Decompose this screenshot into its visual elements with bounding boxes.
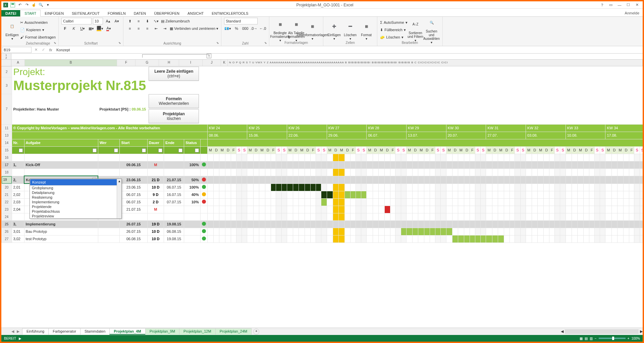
- tab-seitenlayout[interactable]: SEITENLAYOUT: [68, 10, 104, 16]
- thousands-button[interactable]: 000: [241, 25, 249, 32]
- tab-nav-prev-icon[interactable]: ◀: [11, 329, 14, 334]
- help-button[interactable]: ?: [598, 3, 606, 7]
- cut-button[interactable]: ✂ Ausschneiden: [20, 19, 56, 26]
- autosum-button[interactable]: Σ AutoSumme ▾: [380, 19, 407, 26]
- filter-button[interactable]: ▾: [114, 148, 118, 152]
- horizontal-scrollbar[interactable]: [565, 329, 639, 334]
- sheet-tab[interactable]: Projektplan_12M: [179, 328, 216, 335]
- formula-input[interactable]: Konzept: [54, 48, 70, 52]
- preview-icon[interactable]: 🔍: [38, 2, 44, 8]
- col-header[interactable]: H: [159, 60, 179, 66]
- row-header[interactable]: 22: [2, 198, 12, 206]
- hscroll-left-icon[interactable]: ◀: [561, 329, 564, 334]
- view-layout-icon[interactable]: ▤: [585, 337, 588, 340]
- dropdown-option[interactable]: Projektende: [30, 204, 121, 209]
- redo-icon[interactable]: ↷: [24, 2, 30, 8]
- align-launcher-icon[interactable]: ⬊: [216, 41, 220, 45]
- validation-dropdown[interactable]: KonzeptGrobplanungDetailplanungRealisier…: [30, 179, 122, 219]
- align-right-button[interactable]: ≡: [144, 25, 151, 32]
- dropdown-option[interactable]: Realisierung: [30, 195, 121, 200]
- close-button[interactable]: ✕: [633, 3, 641, 7]
- row-header[interactable]: 3: [2, 77, 12, 94]
- tab-start[interactable]: START: [20, 10, 41, 17]
- dropdown-option[interactable]: Konzept: [30, 179, 121, 186]
- col-header[interactable]: G: [136, 60, 159, 66]
- row-header[interactable]: 21: [2, 191, 12, 198]
- row-header[interactable]: 20: [2, 184, 12, 191]
- task-name-cell[interactable]: Kick-Off: [24, 161, 98, 168]
- tab-ueberpruefen[interactable]: ÜBERPRÜFEN: [150, 10, 183, 16]
- tab-entwicklertools[interactable]: ENTWICKLERTOOLS: [208, 10, 252, 16]
- copy-button[interactable]: 📄 Kopieren ▾: [20, 26, 56, 33]
- row-header[interactable]: 17: [2, 161, 12, 168]
- zoom-in-button[interactable]: +: [628, 337, 630, 340]
- task-name-cell[interactable]: test Prototyp: [24, 235, 98, 243]
- zoom-slider[interactable]: [599, 338, 626, 339]
- col-header[interactable]: B: [25, 60, 117, 66]
- wrap-text-button[interactable]: ▤ Zeilenumbruch: [161, 19, 190, 23]
- indent-dec-button[interactable]: ⇤: [152, 25, 160, 32]
- signin-link[interactable]: Anmelde: [622, 10, 643, 16]
- task-name-cell[interactable]: Implementierung: [24, 220, 98, 228]
- col-header[interactable]: I: [179, 60, 203, 66]
- filter-button[interactable]: ▾: [158, 148, 162, 152]
- fill-color-button[interactable]: ⬛▾: [96, 25, 104, 32]
- col-header[interactable]: F: [117, 60, 136, 66]
- delete-plan-button[interactable]: Projektplanlöschen: [149, 109, 199, 123]
- currency-button[interactable]: 💶▾: [224, 25, 231, 32]
- number-launcher-icon[interactable]: ⬊: [264, 41, 268, 45]
- hscroll-right-icon[interactable]: ▶: [640, 329, 643, 334]
- row-header[interactable]: 18: [2, 168, 12, 176]
- fill-button[interactable]: ⬇ Füllbereich ▾: [380, 26, 407, 33]
- select-all-corner[interactable]: 12: [1, 54, 11, 59]
- tab-nav-next-icon[interactable]: ▶: [17, 329, 19, 334]
- view-pagebreak-icon[interactable]: ▥: [590, 337, 593, 340]
- name-box[interactable]: B19: [2, 47, 32, 53]
- bold-button[interactable]: F: [61, 25, 69, 32]
- zoom-level[interactable]: 100%: [631, 337, 640, 340]
- filter-button[interactable]: ▾: [195, 148, 199, 152]
- clipboard-launcher-icon[interactable]: ⬊: [54, 41, 58, 45]
- outline-collapse-button[interactable]: −: [207, 54, 211, 58]
- align-center-button[interactable]: ≡: [135, 25, 142, 32]
- macro-record-icon[interactable]: ▶: [19, 337, 21, 340]
- align-bottom-button[interactable]: ⬇: [144, 17, 151, 25]
- underline-button[interactable]: U▾: [79, 25, 86, 32]
- font-size-select[interactable]: 10: [93, 18, 103, 24]
- maximize-button[interactable]: ☐: [624, 3, 633, 7]
- view-normal-icon[interactable]: ▦: [580, 337, 583, 340]
- undo-icon[interactable]: ↶: [17, 2, 23, 8]
- paste-button[interactable]: 📋Einfügen▾: [4, 17, 20, 46]
- percent-button[interactable]: %: [233, 25, 240, 32]
- tab-ansicht[interactable]: ANSICHT: [183, 10, 208, 16]
- dropdown-scrollbar[interactable]: ▴: [117, 179, 121, 218]
- col-header[interactable]: J: [203, 60, 221, 66]
- tab-formeln[interactable]: FORMELN: [104, 10, 130, 16]
- col-header[interactable]: A: [11, 60, 25, 66]
- clear-button[interactable]: 🧽 Löschen ▾: [380, 33, 407, 41]
- dropdown-option[interactable]: Implementierung: [30, 200, 121, 204]
- zoom-out-button[interactable]: −: [595, 337, 597, 340]
- row-header[interactable]: 2: [2, 67, 12, 77]
- task-name-cell[interactable]: Bau Prototyp: [24, 228, 98, 235]
- dropdown-option[interactable]: Detailplanung: [30, 190, 121, 195]
- filter-button[interactable]: ▾: [178, 148, 182, 152]
- row-header[interactable]: 11: [2, 124, 12, 132]
- align-top-button[interactable]: ⬆: [126, 17, 133, 25]
- row-header[interactable]: 19: [2, 176, 12, 184]
- save-icon[interactable]: [10, 2, 16, 8]
- tab-daten[interactable]: DATEN: [130, 10, 150, 16]
- accept-formula-icon[interactable]: ✓: [40, 48, 47, 52]
- font-color-button[interactable]: A▾: [105, 25, 112, 32]
- dropdown-option[interactable]: Projektreview: [30, 214, 121, 218]
- orientation-button[interactable]: ⤡▾: [152, 17, 160, 25]
- insert-row-macro-button[interactable]: Leere Zeile einfügen(ctrl+e): [149, 67, 199, 81]
- italic-button[interactable]: K: [70, 25, 77, 32]
- cancel-formula-icon[interactable]: ✕: [32, 48, 40, 52]
- row-header[interactable]: 23: [2, 206, 12, 213]
- format-painter-button[interactable]: 🖌 Format übertragen: [20, 33, 56, 41]
- sheet-tab[interactable]: Projektplan_4M: [109, 328, 145, 335]
- ribbon-options-button[interactable]: ▭: [606, 3, 615, 7]
- merge-center-button[interactable]: ▦ Verbinden und zentrieren ▾: [170, 26, 218, 31]
- sheet-tab[interactable]: Stammdaten: [80, 328, 110, 335]
